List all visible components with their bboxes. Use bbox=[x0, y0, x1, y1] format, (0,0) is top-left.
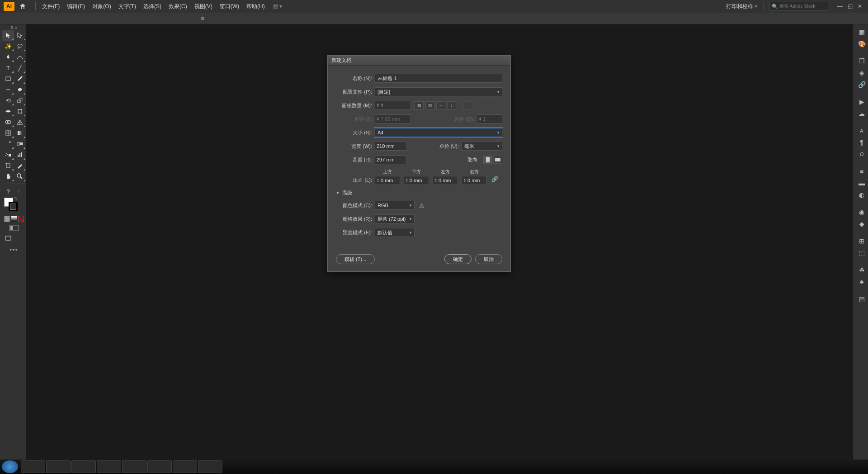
swap-fill-stroke-icon[interactable]: ⤡ bbox=[14, 196, 19, 200]
bleed-top-input[interactable]: ▲▼0 mm bbox=[375, 176, 400, 185]
taskbar-item[interactable] bbox=[71, 460, 96, 473]
separations-panel-icon[interactable]: ▤ bbox=[855, 293, 868, 305]
menu-type[interactable]: 文字(T) bbox=[115, 1, 140, 12]
edit-toolbar-button[interactable]: ••• bbox=[2, 244, 26, 256]
taskbar-item[interactable] bbox=[198, 460, 222, 473]
taskbar-item[interactable] bbox=[147, 460, 172, 473]
dialog-titlebar[interactable]: 新建文档 bbox=[328, 56, 510, 66]
blend-tool[interactable] bbox=[14, 138, 26, 149]
column-graph-tool[interactable] bbox=[14, 149, 26, 160]
panel-menu-icon[interactable]: ≡ bbox=[197, 15, 208, 22]
eyedropper-tool[interactable] bbox=[2, 138, 14, 149]
eraser-tool[interactable] bbox=[14, 84, 26, 95]
layers-panel-icon[interactable]: ◈ bbox=[855, 67, 868, 79]
graphic-styles-panel-icon[interactable]: ◆ bbox=[855, 218, 868, 230]
properties-panel-icon[interactable]: ▦ bbox=[855, 26, 868, 38]
color-mode-gradient[interactable] bbox=[11, 216, 17, 222]
screen-mode[interactable] bbox=[2, 233, 14, 244]
grid-by-column-icon[interactable]: ▥ bbox=[425, 101, 434, 109]
menu-file[interactable]: 文件(F) bbox=[38, 1, 63, 12]
bleed-left-input[interactable]: ▲▼0 mm bbox=[433, 176, 458, 185]
taskbar-item[interactable] bbox=[173, 460, 197, 473]
transform-panel-icon[interactable]: ⬚ bbox=[855, 247, 868, 259]
swatches-panel-icon[interactable]: ❐ bbox=[855, 55, 868, 67]
links-panel-icon[interactable]: 🔗 bbox=[855, 79, 868, 90]
drawing-mode-selector[interactable] bbox=[2, 223, 26, 233]
taskbar-item[interactable] bbox=[122, 460, 146, 473]
magic-wand-tool[interactable]: ✨ bbox=[2, 41, 14, 52]
menu-view[interactable]: 视图(V) bbox=[191, 1, 216, 12]
size-select[interactable]: A4 ▾ bbox=[375, 128, 502, 137]
menu-object[interactable]: 对象(O) bbox=[89, 1, 114, 12]
units-select[interactable]: 毫米 ▾ bbox=[462, 142, 502, 151]
menu-effect[interactable]: 效果(C) bbox=[165, 1, 191, 12]
transparency-panel-icon[interactable]: ◐ bbox=[855, 189, 868, 201]
paragraph-panel-icon[interactable]: ¶ bbox=[855, 137, 868, 148]
arrange-row-icon[interactable]: ↔ bbox=[436, 101, 445, 109]
width-input[interactable]: 210 mm bbox=[375, 142, 406, 151]
gradient-tool[interactable] bbox=[14, 128, 26, 138]
rotate-tool[interactable]: ⟲ bbox=[2, 95, 14, 106]
artboards-input[interactable]: ▲▼ 1 bbox=[375, 101, 411, 110]
appearance-panel-icon[interactable]: ◉ bbox=[855, 206, 868, 218]
menu-select[interactable]: 选择(S) bbox=[140, 1, 165, 12]
bleed-bottom-input[interactable]: ▲▼0 mm bbox=[404, 176, 429, 185]
type-tool[interactable]: T bbox=[2, 62, 14, 73]
perspective-grid-tool[interactable] bbox=[14, 117, 26, 128]
close-button[interactable]: ✕ bbox=[855, 3, 864, 10]
color-panel-icon[interactable]: 🎨 bbox=[855, 38, 868, 50]
color-mode-color[interactable] bbox=[4, 216, 10, 222]
stroke-panel-icon[interactable]: ≡ bbox=[855, 166, 868, 177]
brushes-panel-icon[interactable]: ♣ bbox=[855, 276, 868, 288]
actions-panel-icon[interactable]: ▶ bbox=[855, 96, 868, 108]
width-tool[interactable] bbox=[2, 106, 14, 117]
hand-tool[interactable] bbox=[2, 171, 14, 182]
taskbar-item[interactable] bbox=[46, 460, 71, 473]
arrange-column-icon[interactable]: ↕ bbox=[447, 101, 456, 109]
windows-taskbar[interactable] bbox=[0, 460, 868, 474]
search-input[interactable]: 🔍 搜索 Adobe Stock bbox=[769, 2, 828, 11]
minimize-button[interactable]: — bbox=[835, 3, 844, 10]
name-input[interactable] bbox=[375, 74, 502, 83]
cancel-button[interactable]: 取消 bbox=[475, 254, 502, 264]
character-panel-icon[interactable]: A bbox=[855, 125, 868, 137]
grid-by-row-icon[interactable]: ▦ bbox=[415, 101, 424, 109]
lasso-tool[interactable] bbox=[14, 41, 26, 52]
shaper-tool[interactable] bbox=[2, 84, 14, 95]
bleed-right-input[interactable]: ▲▼0 mm bbox=[462, 176, 487, 185]
toggle-fill-stroke[interactable]: ? bbox=[2, 186, 14, 197]
gradient-panel-icon[interactable]: ▬ bbox=[855, 177, 868, 189]
workspace-switcher[interactable]: 打印和校样 ▾ bbox=[722, 1, 762, 12]
stroke-swatch[interactable] bbox=[9, 202, 18, 211]
pen-tool[interactable] bbox=[2, 52, 14, 62]
opentype-panel-icon[interactable]: O bbox=[855, 148, 868, 160]
symbol-sprayer-tool[interactable] bbox=[2, 149, 14, 160]
height-input[interactable]: 297 mm bbox=[375, 155, 406, 164]
paintbrush-tool[interactable] bbox=[14, 73, 26, 84]
shape-builder-tool[interactable] bbox=[2, 117, 14, 128]
default-fill-stroke[interactable]: ⬚ bbox=[14, 186, 26, 197]
free-transform-tool[interactable] bbox=[14, 106, 26, 117]
align-panel-icon[interactable]: ⊞ bbox=[855, 235, 868, 247]
symbols-panel-icon[interactable]: ☘ bbox=[855, 264, 868, 276]
mesh-tool[interactable] bbox=[2, 128, 14, 138]
advanced-toggle[interactable]: ▼ 高级 bbox=[336, 190, 502, 196]
zoom-tool[interactable] bbox=[14, 171, 26, 182]
rectangle-tool[interactable] bbox=[2, 73, 14, 84]
taskbar-item[interactable] bbox=[21, 460, 45, 473]
scale-tool[interactable] bbox=[14, 95, 26, 106]
menu-edit[interactable]: 编辑(E) bbox=[63, 1, 89, 12]
direct-selection-tool[interactable] bbox=[14, 30, 26, 41]
preview-select[interactable]: 默认值 ▾ bbox=[375, 228, 415, 237]
maximize-button[interactable]: ◱ bbox=[845, 3, 854, 10]
edit-toolbar[interactable] bbox=[14, 233, 26, 244]
link-bleed-icon[interactable]: 🔗 bbox=[491, 173, 499, 185]
libraries-panel-icon[interactable]: ☁ bbox=[855, 108, 868, 119]
ok-button[interactable]: 确定 bbox=[444, 254, 472, 264]
artboard-tool[interactable] bbox=[2, 160, 14, 171]
start-button[interactable] bbox=[2, 460, 18, 473]
color-mode-none[interactable] bbox=[18, 216, 24, 222]
raster-select[interactable]: 屏幕 (72 ppi) ▾ bbox=[375, 214, 415, 223]
orientation-portrait[interactable] bbox=[483, 156, 492, 164]
toolbox-grip[interactable]: ⠿ » bbox=[2, 25, 26, 30]
